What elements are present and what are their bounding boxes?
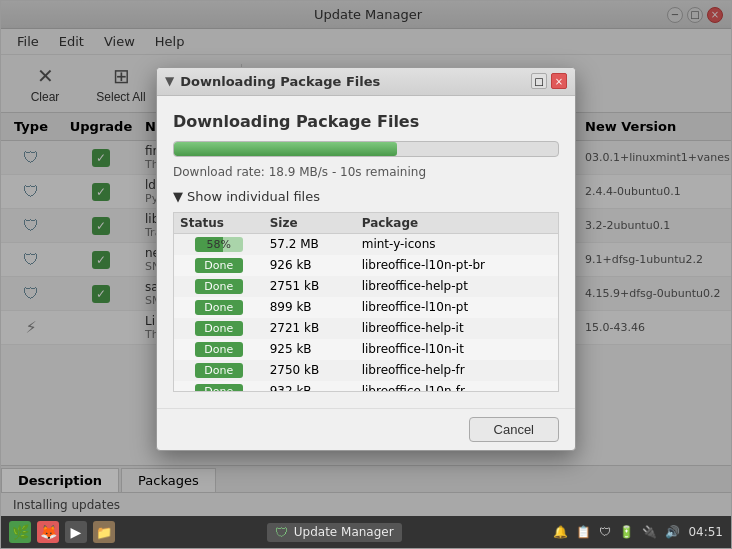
update-manager-icon: 🛡 [275,525,288,540]
battery2-icon: 🔌 [642,525,657,539]
file-status: 58% [174,233,264,255]
clipboard-icon: 📋 [576,525,591,539]
col-package-header: Package [356,213,558,234]
file-status: Done [174,255,264,276]
file-package: mint-y-icons [356,233,558,255]
taskbar-icon-4[interactable]: 📁 [93,521,115,543]
file-row: Done 932 kB libreoffice-l10n-fr [174,381,558,392]
status-badge: Done [195,300,243,315]
dialog-body: Downloading Package Files Download rate:… [157,96,575,408]
status-badge: Done [195,258,243,273]
file-row: Done 2750 kB libreoffice-help-fr [174,360,558,381]
file-package: libreoffice-l10n-fr [356,381,558,392]
cancel-button[interactable]: Cancel [469,417,559,442]
file-package: libreoffice-l10n-pt-br [356,255,558,276]
dialog-title-controls: □ × [531,73,567,89]
file-status: Done [174,339,264,360]
file-size: 57.2 MB [264,233,356,255]
show-files-toggle[interactable]: ▼ Show individual files [173,189,559,204]
file-row: Done 926 kB libreoffice-l10n-pt-br [174,255,558,276]
download-dialog: ▼ Downloading Package Files □ × Download… [156,67,576,451]
file-size: 899 kB [264,297,356,318]
dialog-heading: Downloading Package Files [173,112,559,131]
dialog-resize-button[interactable]: □ [531,73,547,89]
file-status: Done [174,318,264,339]
taskbar-app-name: Update Manager [294,525,394,539]
shield-taskbar-icon: 🛡 [599,525,611,539]
files-table-wrapper: Status Size Package 58% 57.2 MB mint-y-i… [173,212,559,392]
taskbar: 🌿 🦊 ▶ 📁 🛡 Update Manager 🔔 📋 🛡 🔋 🔌 🔊 04:… [1,516,731,548]
dialog-title-text: Downloading Package Files [180,74,380,89]
progress-bar-container [173,141,559,157]
clock: 04:51 [688,525,723,539]
taskbar-left: 🌿 🦊 ▶ 📁 [9,521,115,543]
dialog-chevron-icon[interactable]: ▼ [165,74,174,88]
file-size: 926 kB [264,255,356,276]
file-package: libreoffice-help-pt [356,276,558,297]
status-badge: Done [195,342,243,357]
dialog-title-left: ▼ Downloading Package Files [165,74,380,89]
file-size: 2721 kB [264,318,356,339]
progress-bar-fill [174,142,397,156]
col-size-header: Size [264,213,356,234]
volume-icon[interactable]: 🔊 [665,525,680,539]
file-status: Done [174,276,264,297]
show-files-label: Show individual files [187,189,320,204]
file-size: 2751 kB [264,276,356,297]
file-size: 2750 kB [264,360,356,381]
file-row: Done 2721 kB libreoffice-help-it [174,318,558,339]
dialog-title-bar: ▼ Downloading Package Files □ × [157,68,575,96]
status-badge: Done [195,279,243,294]
file-status: Done [174,381,264,392]
file-package: libreoffice-help-fr [356,360,558,381]
bell-icon[interactable]: 🔔 [553,525,568,539]
triangle-down-icon: ▼ [173,189,183,204]
taskbar-icon-3[interactable]: ▶ [65,521,87,543]
taskbar-right: 🔔 📋 🛡 🔋 🔌 🔊 04:51 [553,525,723,539]
modal-overlay: ▼ Downloading Package Files □ × Download… [1,1,731,516]
dialog-footer: Cancel [157,408,575,450]
taskbar-center[interactable]: 🛡 Update Manager [267,523,402,542]
file-row: 58% 57.2 MB mint-y-icons [174,233,558,255]
file-row: Done 925 kB libreoffice-l10n-it [174,339,558,360]
status-badge: 58% [195,237,243,252]
file-size: 925 kB [264,339,356,360]
battery-icon: 🔋 [619,525,634,539]
taskbar-icon-1[interactable]: 🌿 [9,521,31,543]
files-table: Status Size Package 58% 57.2 MB mint-y-i… [174,213,558,392]
status-badge: Done [195,363,243,378]
col-status-header: Status [174,213,264,234]
file-row: Done 899 kB libreoffice-l10n-pt [174,297,558,318]
taskbar-icon-2[interactable]: 🦊 [37,521,59,543]
file-size: 932 kB [264,381,356,392]
dialog-close-button[interactable]: × [551,73,567,89]
file-package: libreoffice-l10n-pt [356,297,558,318]
status-badge: Done [195,384,243,392]
download-rate: Download rate: 18.9 MB/s - 10s remaining [173,165,559,179]
file-status: Done [174,360,264,381]
file-package: libreoffice-l10n-it [356,339,558,360]
file-package: libreoffice-help-it [356,318,558,339]
status-badge: Done [195,321,243,336]
file-status: Done [174,297,264,318]
file-row: Done 2751 kB libreoffice-help-pt [174,276,558,297]
